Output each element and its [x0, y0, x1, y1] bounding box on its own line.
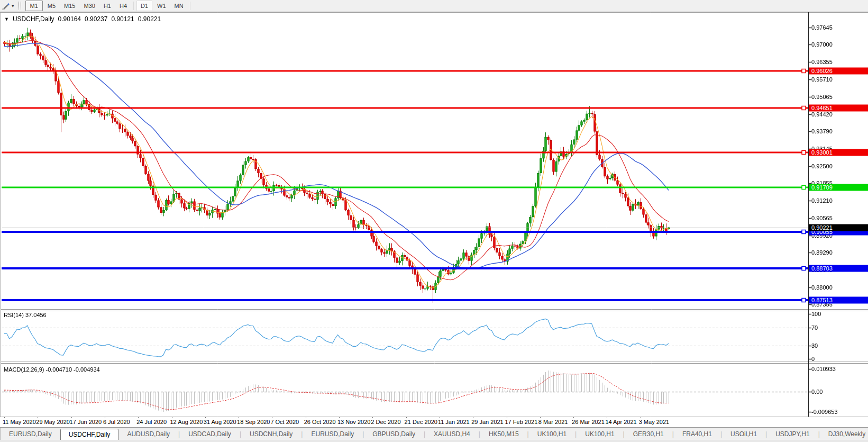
symbol-tab-dj30[interactable]: DJ30,Weekly: [820, 428, 868, 440]
date-axis-label: 11 Jan 2021: [438, 419, 470, 425]
date-axis-label: 8 Mar 2021: [538, 419, 568, 425]
toolbar-separator: [133, 2, 134, 10]
symbol-tabs: EURUSD,DailyUSDCHF,DailyAUDUSD,Daily|USD…: [1, 428, 868, 440]
symbol-tab-usdcad[interactable]: USDCAD,Daily: [180, 428, 240, 440]
hline-price-badge[interactable]: 0.87513: [809, 297, 868, 304]
symbol-tab-uk100[interactable]: UK100,H1: [529, 428, 575, 440]
terminal-window: ▾ M1M5M15M30H1H4D1W1MN ▼ USDCHF,Daily 0.…: [0, 0, 868, 442]
draw-tool-button[interactable]: ▾: [1, 1, 15, 11]
date-axis-label: 29 Jan 2021: [471, 419, 504, 425]
date-axis-label: 21 Dec 2020: [405, 419, 437, 425]
rsi-scale-label: 30: [811, 342, 818, 349]
chart-high-value: 0.90237: [85, 15, 107, 23]
date-axis-label: 6 Jul 2020: [103, 419, 130, 425]
price-scale-label: 0.97645: [811, 24, 833, 31]
symbol-tab-eurusd[interactable]: EURUSD,Daily: [303, 428, 362, 440]
symbol-tab-gbpusd[interactable]: GBPUSD,Daily: [364, 428, 424, 440]
date-axis-label: 31 Aug 2020: [204, 419, 236, 425]
price-scale-label: 0.95065: [811, 94, 833, 100]
symbol-tab-usoil[interactable]: USOil,H1: [722, 428, 765, 440]
macd-scale-label: -0.009653: [811, 409, 838, 415]
rsi-scale-label: 0: [811, 356, 815, 362]
timeframe-button-h1[interactable]: H1: [100, 1, 115, 11]
chart-symbol-period: USDCHF,Daily: [13, 15, 54, 23]
date-axis-label: 14 Apr 2021: [605, 419, 636, 425]
date-axis-label: 29 May 2020: [36, 419, 70, 425]
date-axis-label: 26 Mar 2021: [572, 419, 605, 425]
chart-area: ▼ USDCHF,Daily 0.90164 0.90237 0.90121 0…: [0, 12, 868, 418]
hline-price-badge[interactable]: 0.96026: [809, 67, 868, 74]
date-axis-label: 17 Feb 2021: [505, 419, 538, 425]
timeframe-button-m5[interactable]: M5: [44, 1, 59, 11]
timeframe-button-m1[interactable]: M1: [25, 1, 43, 11]
price-scale-label: 0.95710: [811, 76, 833, 83]
price-scale-label: 0.96355: [811, 59, 833, 65]
chevron-down-icon: ▾: [12, 3, 14, 8]
current-price-badge: 0.90221: [809, 224, 868, 231]
toolbar-separator: [190, 2, 190, 10]
date-axis-label: 11 May 2020: [3, 419, 36, 425]
symbol-tab-hk50[interactable]: HK50,M15: [480, 428, 527, 440]
bottom-strip: [0, 440, 868, 442]
timeframe-button-w1[interactable]: W1: [153, 1, 170, 11]
timeframe-button-m30[interactable]: M30: [80, 1, 99, 11]
timeframe-buttons: M1M5M15M30H1H4D1W1MN: [25, 1, 193, 11]
date-axis-label: 18 Sep 2020: [237, 419, 270, 425]
timeframe-button-mn[interactable]: MN: [171, 1, 187, 11]
price-scale-label: 0.92500: [811, 163, 833, 169]
price-scale-label: 0.88000: [811, 284, 833, 291]
toolbar-grip[interactable]: [19, 2, 21, 10]
symbol-tab-audusd[interactable]: AUDUSD,Daily: [118, 428, 178, 440]
rsi-scale-label: 70: [811, 324, 818, 331]
price-scale-label: 0.91210: [811, 197, 833, 204]
symbol-tab-uk100[interactable]: UK100,H1: [577, 428, 623, 440]
chart-dropdown-icon[interactable]: ▼: [4, 16, 9, 22]
hline-price-badge[interactable]: 0.94651: [809, 105, 868, 112]
timeframe-button-m15[interactable]: M15: [60, 1, 79, 11]
pencil-icon: [2, 2, 10, 10]
price-scale-label: 0.94420: [811, 111, 833, 118]
price-chart-canvas[interactable]: [0, 12, 868, 418]
chart-title: ▼ USDCHF,Daily 0.90164 0.90237 0.90121 0…: [4, 15, 161, 23]
price-scale-label: 0.89290: [811, 249, 833, 256]
symbol-tab-xauusd[interactable]: XAUUSD,H4: [425, 428, 479, 440]
date-axis-label: 3 May 2021: [639, 419, 669, 425]
symbol-tab-usdcnh[interactable]: USDCNH,Daily: [241, 428, 301, 440]
symbol-tab-usdjpy[interactable]: USDJPY,H1: [767, 428, 818, 440]
rsi-scale-label: 100: [811, 311, 821, 317]
macd-scale-label: 0.00: [811, 389, 823, 395]
timeframe-toolbar: ▾ M1M5M15M30H1H4D1W1MN: [0, 0, 868, 12]
hline-price-badge[interactable]: 0.91709: [809, 184, 868, 191]
macd-scale-label: 0.010933: [811, 366, 836, 372]
chart-close-value: 0.90221: [138, 15, 161, 23]
symbol-tab-usdchf[interactable]: USDCHF,Daily: [60, 429, 119, 440]
symbol-tab-fra40[interactable]: FRA40,H1: [674, 428, 720, 440]
chart-low-value: 0.90121: [111, 15, 134, 23]
hline-price-badge[interactable]: 0.88703: [809, 265, 868, 272]
date-axis-label: 24 Jul 2020: [136, 419, 167, 425]
price-scale-label: 0.97000: [811, 41, 833, 48]
date-axis-label: 12 Aug 2020: [170, 419, 203, 425]
date-axis-label: 7 Oct 2020: [270, 419, 299, 425]
date-axis-label: 26 Oct 2020: [304, 419, 336, 425]
chart-open-value: 0.90164: [58, 15, 81, 23]
price-scale-label: 0.90565: [811, 215, 833, 221]
symbol-tab-eurusd[interactable]: EURUSD,Daily: [1, 428, 60, 440]
hline-price-badge[interactable]: 0.93001: [809, 149, 868, 156]
price-scale-label: 0.93790: [811, 128, 833, 134]
timeframe-button-h4[interactable]: H4: [116, 1, 131, 11]
date-axis-label: 13 Nov 2020: [337, 419, 370, 425]
symbol-tab-ger30[interactable]: GER30,H1: [625, 428, 672, 440]
timeframe-button-d1[interactable]: D1: [136, 1, 152, 11]
rsi-indicator-label: RSI(14) 37.0456: [4, 312, 47, 318]
date-axis-label: 17 Jun 2020: [70, 419, 102, 425]
macd-indicator-label: MACD(12,26,9) -0.004710 -0.004934: [4, 366, 100, 373]
symbol-tab-bar: EURUSD,DailyUSDCHF,DailyAUDUSD,Daily|USD…: [0, 427, 868, 440]
date-axis-label: 2 Dec 2020: [371, 419, 400, 425]
